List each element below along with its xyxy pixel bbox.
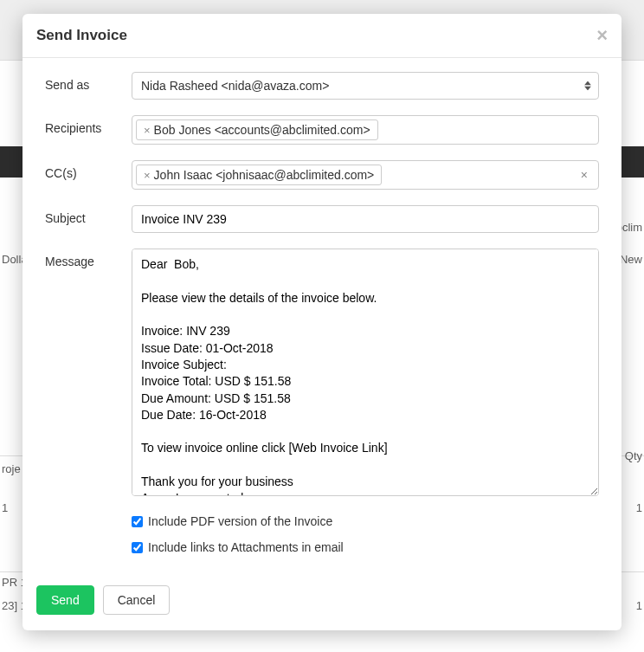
chevron-updown-icon (584, 81, 591, 91)
send-as-select[interactable]: Nida Rasheed <nida@avaza.com> (132, 72, 599, 100)
subject-label: Subject (45, 205, 132, 225)
modal-footer: Send Cancel (23, 575, 621, 630)
cc-tag: × John Isaac <johnisaac@abclimited.com> (136, 165, 382, 185)
cc-label: CC(s) (45, 160, 132, 180)
remove-tag-icon[interactable]: × (144, 124, 151, 137)
recipient-tag: × Bob Jones <accounts@abclimited.com> (136, 119, 378, 140)
remove-tag-icon[interactable]: × (144, 169, 151, 182)
message-label: Message (45, 249, 132, 268)
modal-title: Send Invoice (36, 27, 127, 44)
send-as-label: Send as (45, 72, 132, 92)
modal-body: Send as Nida Rasheed <nida@avaza.com> Re… (23, 58, 621, 575)
include-pdf-checkbox[interactable] (132, 516, 143, 527)
recipients-input[interactable]: × Bob Jones <accounts@abclimited.com> (132, 115, 599, 145)
send-as-value: Nida Rasheed <nida@avaza.com> (141, 79, 329, 93)
send-button[interactable]: Send (36, 585, 94, 615)
send-invoice-modal: Send Invoice × Send as Nida Rasheed <nid… (23, 14, 621, 630)
modal-header: Send Invoice × (23, 14, 621, 58)
include-links-label[interactable]: Include links to Attachments in email (148, 540, 344, 554)
include-links-checkbox[interactable] (132, 542, 143, 553)
close-icon[interactable]: × (596, 26, 608, 45)
clear-cc-icon[interactable]: × (577, 168, 591, 182)
include-pdf-label[interactable]: Include PDF version of the Invoice (148, 514, 332, 528)
cc-input[interactable]: × John Isaac <johnisaac@abclimited.com> … (132, 160, 599, 190)
message-textarea[interactable] (132, 249, 599, 496)
recipients-label: Recipients (45, 115, 132, 135)
cancel-button[interactable]: Cancel (103, 585, 171, 615)
subject-input[interactable] (132, 205, 599, 233)
